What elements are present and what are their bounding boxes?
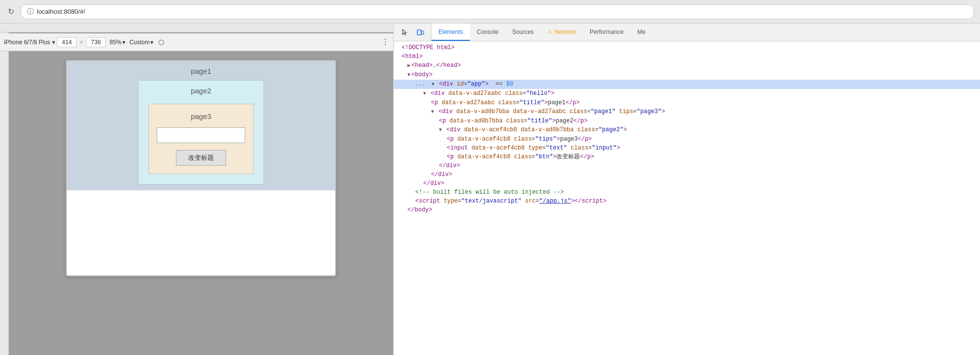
page2-container: page2 page3 改变标题: [138, 80, 264, 184]
comment-line[interactable]: <!-- built files will be auto injected -…: [394, 188, 980, 197]
body-open-line[interactable]: ▼<body>: [394, 70, 980, 80]
page1-div-line[interactable]: ▼ <div data-v-ad0b7bba data-v-ad27aabc c…: [394, 107, 980, 117]
zoom-dropdown-icon: ▾: [122, 39, 125, 46]
p-title-page2-line[interactable]: <p data-v-ad0b7bba class="title">page2</…: [394, 117, 980, 125]
tab-network-label: Network: [554, 29, 576, 35]
width-input[interactable]: 414: [57, 37, 77, 47]
page3-input[interactable]: [157, 127, 245, 143]
devtools-tab-icons: [394, 24, 432, 41]
body-close-line[interactable]: </body>: [394, 206, 980, 214]
custom-dropdown-icon: ▾: [150, 39, 153, 46]
p-tips-page3-line[interactable]: <p data-v-acef4cb8 class="tips">page3</p…: [394, 135, 980, 144]
svg-rect-1: [422, 31, 424, 34]
device-dropdown-icon: ▾: [52, 39, 55, 46]
info-icon: ⓘ: [27, 7, 34, 16]
device-toggle-icon-button[interactable]: [413, 26, 427, 39]
line-prefix-dots: ...: [415, 81, 425, 87]
page3-container: page3 改变标题: [148, 104, 254, 174]
input-line[interactable]: <input data-v-acef4cb8 type="text" class…: [394, 144, 980, 152]
ruler-left: [0, 32, 9, 355]
tab-more[interactable]: Me: [631, 24, 653, 41]
url-text: localhost:8080/#/: [37, 8, 85, 15]
inspect-icon-button[interactable]: [398, 26, 411, 39]
html-tag-line[interactable]: <html>: [394, 52, 980, 61]
devtools-toolbar: iPhone 6/7/8 Plus ▾ 414 × 736 85% ▾ Cust…: [0, 33, 393, 51]
more-options-icon[interactable]: ⋮: [381, 37, 389, 47]
tab-more-label: Me: [637, 29, 646, 35]
page1-title: page1: [191, 67, 211, 75]
close-div-page1[interactable]: </div>: [394, 170, 980, 179]
tab-performance-label: Performance: [590, 29, 624, 35]
app-div-line[interactable]: ... ▼ <div id="app"> == $0: [394, 80, 980, 89]
address-bar[interactable]: ⓘ localhost:8080/#/: [21, 4, 974, 19]
device-name: iPhone 6/7/8 Plus: [4, 39, 50, 46]
refresh-button[interactable]: ↻: [6, 7, 16, 17]
html-doctype-line[interactable]: <!DOCTYPE html>: [394, 43, 980, 52]
tab-elements[interactable]: Elements: [432, 24, 470, 41]
height-input[interactable]: 736: [86, 37, 106, 47]
tab-sources-label: Sources: [512, 29, 534, 35]
ruler-top: [0, 24, 393, 32]
p-title-page1-line[interactable]: <p data-v-ad27aabc class="title">page1</…: [394, 98, 980, 107]
devtools-content[interactable]: <!DOCTYPE html> <html> ▶<head>…</head> ▼…: [394, 41, 980, 355]
change-title-button[interactable]: 改变标题: [176, 150, 226, 166]
custom-selector[interactable]: Custom ▾: [129, 39, 153, 46]
close-div-page2[interactable]: </div>: [394, 161, 980, 170]
head-line[interactable]: ▶<head>…</head>: [394, 61, 980, 70]
devtools-tabs: Elements Console Sources ⚠ Network Perfo…: [394, 24, 980, 41]
device-selector[interactable]: iPhone 6/7/8 Plus ▾: [4, 39, 55, 46]
custom-label: Custom: [129, 39, 149, 46]
page3-title: page3: [191, 112, 211, 120]
devtools-panel: Elements Console Sources ⚠ Network Perfo…: [393, 24, 980, 355]
dimension-separator: ×: [79, 39, 84, 46]
tab-elements-label: Elements: [438, 29, 463, 35]
main-area: iPhone 6/7/8 Plus ▾ 414 × 736 85% ▾ Cust…: [0, 24, 980, 355]
page2-div-line[interactable]: ▼ <div data-v-acef4cb8 data-v-ad0b7bba c…: [394, 125, 980, 135]
network-warning-icon: ⚠: [548, 29, 552, 35]
page1-container: page1 page2 page3 改变标题: [67, 61, 335, 190]
tab-console[interactable]: Console: [470, 24, 505, 41]
phone-frame: page1 page2 page3 改变标题: [66, 60, 336, 276]
tab-console-label: Console: [477, 29, 498, 35]
zoom-value: 85%: [110, 39, 121, 46]
close-div-hello[interactable]: </div>: [394, 179, 980, 188]
p-btn-line[interactable]: <p data-v-acef4cb8 class="btn">改变标题</p>: [394, 152, 980, 161]
script-line[interactable]: <script type="text/javascript" src="/app…: [394, 197, 980, 206]
browser-bar: ↻ ⓘ localhost:8080/#/: [0, 0, 980, 24]
zoom-selector[interactable]: 85% ▾: [110, 39, 125, 46]
svg-rect-0: [417, 30, 421, 35]
hello-div-line[interactable]: ▼ <div data-v-ad27aabc class="hello">: [394, 89, 980, 98]
tab-performance[interactable]: Performance: [583, 24, 631, 41]
page2-title: page2: [191, 87, 211, 95]
tab-network[interactable]: ⚠ Network: [541, 24, 583, 41]
rotate-icon[interactable]: ⬡: [158, 38, 164, 46]
tab-sources[interactable]: Sources: [505, 24, 541, 41]
viewport-area: iPhone 6/7/8 Plus ▾ 414 × 736 85% ▾ Cust…: [0, 24, 393, 355]
